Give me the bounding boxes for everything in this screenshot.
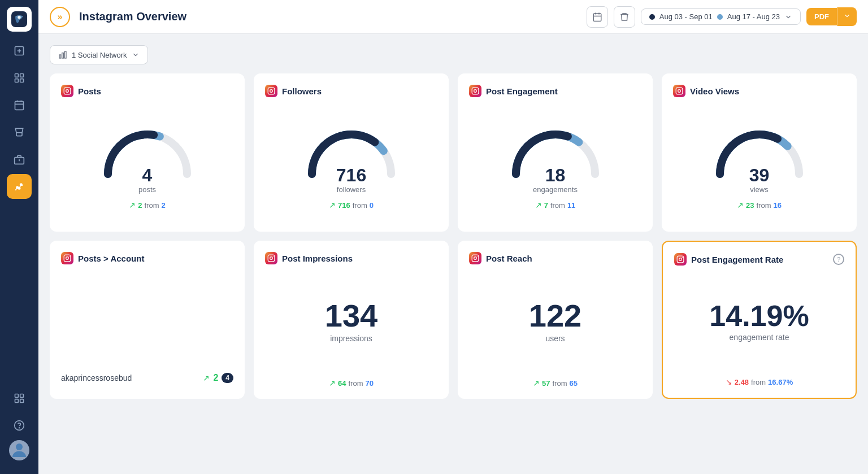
svg-point-36 — [66, 257, 69, 260]
social-network-filter-button[interactable]: 1 Social Network — [50, 45, 148, 64]
svg-point-24 — [66, 90, 69, 93]
instagram-icon — [674, 253, 687, 266]
sidebar-item-calendar[interactable] — [7, 93, 32, 118]
account-metrics: ↗ 2 4 — [203, 373, 233, 383]
main-content: » Instagram Overview Aug 03 - Sep 01 Aug… — [38, 0, 868, 474]
followers-card-title: Followers — [282, 86, 322, 96]
page-header: » Instagram Overview Aug 03 - Sep 01 Aug… — [38, 0, 868, 34]
svg-point-33 — [678, 90, 681, 93]
post-engagement-comparison: ↗ 7 from 11 — [535, 201, 576, 210]
instagram-icon — [265, 252, 277, 264]
sidebar-item-analytics[interactable] — [7, 174, 32, 199]
instagram-icon — [265, 85, 277, 97]
up-arrow-icon: ↗ — [737, 201, 744, 210]
posts-account-card-header: Posts > Account — [61, 252, 233, 264]
chevron-down-icon — [843, 12, 851, 20]
svg-rect-4 — [20, 74, 24, 77]
sidebar-item-compose[interactable] — [7, 38, 32, 63]
sidebar — [0, 0, 38, 474]
sidebar-toggle-button[interactable]: » — [50, 7, 70, 27]
pdf-export-button[interactable]: PDF — [806, 8, 837, 25]
post-reach-card-header: Post Reach — [469, 252, 641, 264]
down-arrow-icon: ↘ — [726, 377, 732, 386]
svg-point-27 — [270, 90, 273, 93]
date-range-button[interactable]: Aug 03 - Sep 01 Aug 17 - Aug 23 — [641, 8, 801, 25]
followers-comparison: ↗ 716 from 0 — [329, 201, 374, 210]
posts-card-title: Posts — [78, 86, 101, 96]
date-secondary-label: Aug 17 - Aug 23 — [727, 12, 780, 21]
svg-point-43 — [477, 256, 478, 256]
posts-gauge: 4 posts ↗ 2 from 2 — [61, 104, 233, 220]
metrics-grid: Posts 4 posts — [50, 73, 857, 399]
svg-rect-15 — [20, 399, 24, 403]
svg-point-39 — [270, 257, 273, 260]
sidebar-item-help[interactable] — [7, 413, 32, 438]
post-engagement-card-header: Post Engagement — [469, 85, 641, 97]
sidebar-item-briefcase[interactable] — [7, 147, 32, 172]
filter-bar: 1 Social Network — [50, 45, 857, 64]
post-impressions-body: 134 impressions — [265, 271, 437, 372]
svg-point-34 — [681, 89, 682, 89]
svg-point-42 — [474, 257, 477, 260]
date-primary-dot — [649, 14, 655, 20]
posts-account-body: akaprincessrosebud ↗ 2 4 — [61, 271, 233, 388]
instagram-icon — [61, 252, 73, 264]
svg-point-10 — [18, 188, 20, 189]
calendar-icon-button[interactable] — [587, 6, 608, 28]
post-impressions-card-title: Post Impressions — [282, 254, 353, 263]
up-arrow-icon: ↗ — [329, 379, 336, 388]
followers-gauge-text: 716 followers — [336, 166, 366, 194]
date-secondary-dot — [717, 14, 723, 20]
trash-icon-button[interactable] — [614, 6, 635, 28]
svg-point-28 — [273, 89, 274, 89]
account-row: akaprincessrosebud ↗ 2 4 — [61, 368, 233, 388]
svg-point-1 — [18, 16, 20, 19]
sidebar-item-grid[interactable] — [7, 386, 32, 411]
followers-card: Followers 716 followers — [254, 73, 449, 232]
svg-point-11 — [20, 184, 22, 185]
posts-account-card: Posts > Account akaprincessrosebud ↗ 2 4 — [50, 241, 245, 399]
account-name: akaprincessrosebud — [61, 373, 132, 382]
post-reach-card-title: Post Reach — [486, 254, 532, 263]
posts-comparison: ↗ 2 from 2 — [129, 201, 165, 210]
posts-gauge-text: 4 posts — [138, 166, 156, 194]
post-reach-value: 122 — [529, 300, 581, 332]
followers-card-header: Followers — [265, 85, 437, 97]
post-reach-card: Post Reach 122 users ↗ 57 from 65 — [458, 241, 653, 399]
header-actions: Aug 03 - Sep 01 Aug 17 - Aug 23 PDF — [587, 6, 857, 28]
dashboard-body: 1 Social Network Posts — [38, 34, 868, 474]
post-engagement-rate-value: 14.19% — [709, 301, 809, 331]
svg-rect-44 — [677, 256, 684, 263]
social-network-filter-label: 1 Social Network — [72, 51, 127, 59]
svg-point-18 — [16, 443, 23, 450]
date-primary-label: Aug 03 - Sep 01 — [659, 12, 713, 21]
sidebar-item-dashboard[interactable] — [7, 66, 32, 90]
svg-point-37 — [69, 256, 70, 256]
svg-rect-41 — [472, 255, 479, 262]
up-arrow-icon: ↗ — [203, 373, 210, 382]
chevron-down-icon — [784, 13, 792, 21]
svg-point-17 — [19, 428, 20, 428]
svg-point-45 — [679, 258, 682, 261]
svg-rect-38 — [268, 255, 275, 262]
help-icon-button[interactable]: ? — [833, 254, 844, 265]
post-impressions-value: 134 — [325, 300, 377, 332]
sidebar-item-inbox[interactable] — [7, 120, 32, 145]
svg-point-46 — [682, 257, 683, 258]
user-avatar[interactable] — [9, 440, 29, 460]
post-impressions-card: Post Impressions 134 impressions ↗ 64 fr… — [254, 241, 449, 399]
svg-rect-7 — [15, 101, 24, 110]
pdf-dropdown-button[interactable] — [837, 7, 857, 26]
video-views-card-header: Video Views — [673, 85, 845, 97]
posts-card: Posts 4 posts — [50, 73, 245, 232]
svg-rect-35 — [64, 255, 71, 262]
post-engagement-card-title: Post Engagement — [486, 86, 558, 96]
svg-rect-20 — [59, 55, 61, 58]
app-logo — [7, 7, 32, 32]
instagram-icon — [469, 252, 481, 264]
svg-rect-12 — [15, 394, 19, 398]
svg-point-40 — [273, 256, 274, 256]
post-engagement-rate-body: 14.19% engagement rate — [674, 272, 844, 371]
svg-rect-23 — [64, 88, 71, 94]
video-views-gauge: 39 views ↗ 23 from 16 — [673, 104, 845, 220]
